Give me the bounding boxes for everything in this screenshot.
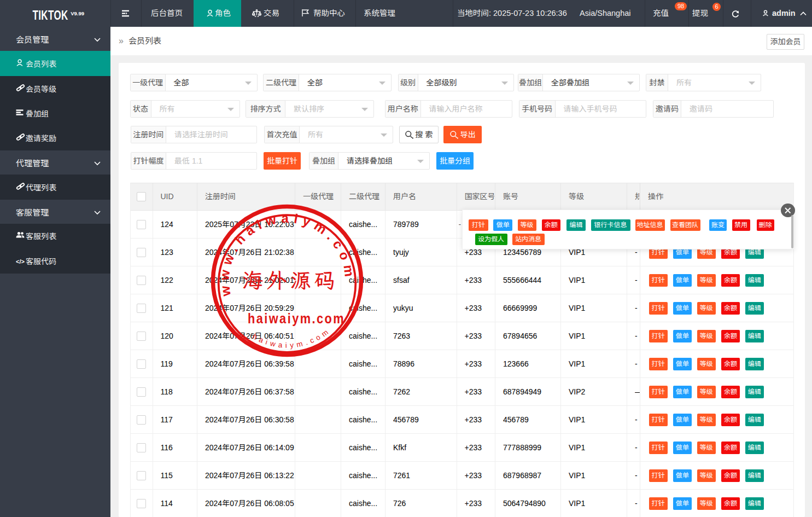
svg-text:海外源码: 海外源码 xyxy=(242,266,338,294)
svg-text:haiwaiym.com: haiwaiym.com xyxy=(248,310,345,327)
